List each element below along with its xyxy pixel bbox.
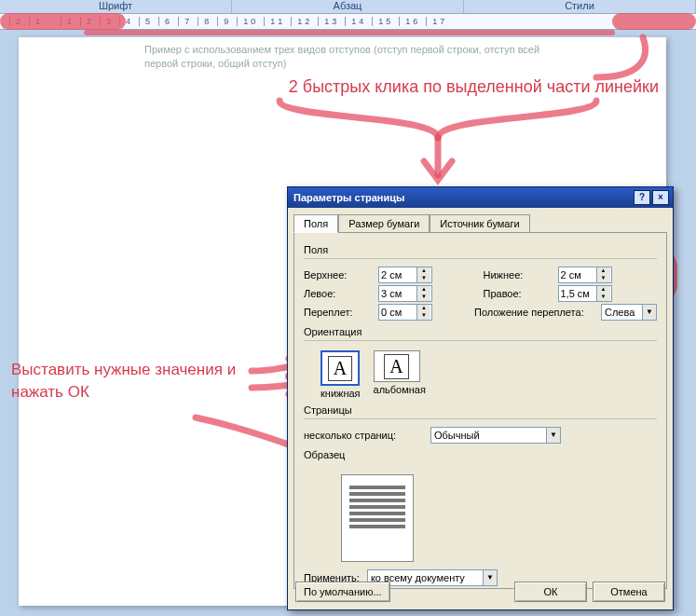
spin-down-icon[interactable]: ▼	[596, 294, 610, 301]
document-body-text: Пример с использованием трех видов отсту…	[144, 43, 539, 71]
close-button[interactable]: ×	[652, 190, 669, 205]
orientation-landscape-label: альбомная	[374, 384, 426, 395]
ribbon-group-font: Шрифт	[0, 0, 232, 13]
ruler-tick: 13	[318, 17, 345, 26]
ruler-tick: 16	[399, 17, 426, 26]
doc-line: Пример с использованием трех видов отсту…	[144, 43, 539, 57]
spin-up-icon[interactable]: ▲	[596, 267, 610, 275]
select-multiple-pages[interactable]: Обычный ▼	[430, 427, 561, 444]
orientation-portrait[interactable]: A книжная	[321, 350, 361, 399]
ruler-tick: 2	[9, 17, 29, 26]
ruler-tick: 8	[198, 17, 217, 26]
ribbon-group-paragraph: Абзац	[232, 0, 464, 13]
label-gutter: Переплет:	[304, 307, 373, 318]
spin-up-icon[interactable]: ▲	[596, 286, 610, 294]
tab-paper-source[interactable]: Источник бумаги	[430, 214, 529, 233]
ruler-tick: 15	[372, 17, 399, 26]
chevron-down-icon[interactable]: ▼	[642, 305, 656, 320]
ruler-tick: 6	[158, 17, 178, 26]
cancel-button[interactable]: Отмена	[593, 582, 665, 602]
spin-up-icon[interactable]: ▲	[416, 267, 430, 275]
default-button[interactable]: По умолчанию...	[295, 582, 390, 602]
doc-line: первой строки, общий отступ)	[144, 57, 539, 71]
label-multiple-pages: несколько страниц:	[304, 430, 425, 441]
orientation-landscape[interactable]: A альбомная	[374, 350, 426, 395]
select-gutter-position[interactable]: Слева ▼	[601, 304, 657, 321]
ruler-tick: 12	[291, 17, 318, 26]
input-gutter-field[interactable]	[379, 305, 416, 320]
spin-down-icon[interactable]: ▼	[416, 294, 430, 301]
ruler-tick: 2	[80, 17, 100, 26]
section-orientation-label: Ориентация	[304, 326, 657, 337]
label-left-margin: Левое:	[304, 288, 373, 299]
input-left-margin[interactable]: ▲▼	[378, 285, 432, 302]
spin-up-icon[interactable]: ▲	[416, 286, 430, 294]
ruler-tick: 1	[29, 17, 48, 26]
spin-up-icon[interactable]: ▲	[416, 305, 430, 312]
ruler-tick: 3	[100, 17, 119, 26]
label-top-margin: Верхнее:	[304, 269, 373, 281]
input-top-margin[interactable]: ▲▼	[378, 267, 432, 283]
dialog-tabs: Поля Размер бумаги Источник бумаги	[288, 208, 673, 232]
input-right-margin-field[interactable]	[559, 286, 596, 301]
ruler-tick: 1	[61, 17, 80, 26]
help-button[interactable]: ?	[634, 190, 650, 205]
orientation-glyph: A	[328, 356, 352, 381]
spin-down-icon[interactable]: ▼	[416, 312, 430, 320]
ruler-tick: 7	[178, 17, 198, 26]
ok-button[interactable]: ОК	[514, 582, 587, 602]
input-bottom-margin[interactable]: ▲▼	[558, 267, 612, 283]
annotation-stroke	[84, 30, 615, 35]
ruler-tick: 10	[237, 17, 264, 26]
tab-margins[interactable]: Поля	[293, 214, 338, 233]
spin-down-icon[interactable]: ▼	[416, 275, 430, 282]
ruler-tick: 14	[345, 17, 372, 26]
label-right-margin: Правое:	[484, 288, 553, 299]
ruler-tick: 17	[426, 17, 453, 26]
dialog-title: Параметры страницы	[293, 192, 404, 203]
section-pages-label: Страницы	[304, 404, 657, 416]
select-gutter-position-value: Слева	[602, 307, 642, 318]
preview-thumbnail	[341, 474, 414, 562]
horizontal-ruler[interactable]: 2 1 1 2 3 4 5 6 7 8 9 10 11 12 13 14 15 …	[0, 13, 696, 30]
label-gutter-position: Положение переплета:	[474, 307, 595, 318]
orientation-glyph: A	[384, 354, 408, 379]
ruler-tick: 4	[119, 17, 139, 26]
tab-paper-size[interactable]: Размер бумаги	[338, 214, 430, 233]
section-margins-label: Поля	[304, 244, 657, 255]
label-bottom-margin: Нижнее:	[484, 269, 553, 281]
select-multiple-pages-value: Обычный	[431, 430, 546, 441]
input-gutter[interactable]: ▲▼	[378, 304, 432, 321]
input-top-margin-field[interactable]	[379, 267, 416, 282]
ribbon-group-labels: Шрифт Абзац Стили	[0, 0, 696, 13]
input-left-margin-field[interactable]	[379, 286, 416, 301]
ruler-tick: 9	[217, 17, 237, 26]
input-bottom-margin-field[interactable]	[559, 267, 596, 282]
orientation-portrait-label: книжная	[321, 388, 361, 399]
chevron-down-icon[interactable]: ▼	[546, 428, 560, 443]
ruler-tick: 11	[264, 17, 291, 26]
dialog-titlebar[interactable]: Параметры страницы ? ×	[288, 187, 673, 208]
ribbon-group-styles: Стили	[464, 0, 696, 13]
section-preview-label: Образец	[304, 449, 657, 460]
ruler-tick: 5	[139, 17, 158, 26]
input-right-margin[interactable]: ▲▼	[558, 285, 612, 302]
spin-down-icon[interactable]: ▼	[596, 275, 610, 282]
tab-panel-margins: Поля Верхнее: ▲▼ Нижнее: ▲▼	[293, 232, 667, 589]
page-setup-dialog: Параметры страницы ? × Поля Размер бумаг…	[287, 186, 674, 610]
